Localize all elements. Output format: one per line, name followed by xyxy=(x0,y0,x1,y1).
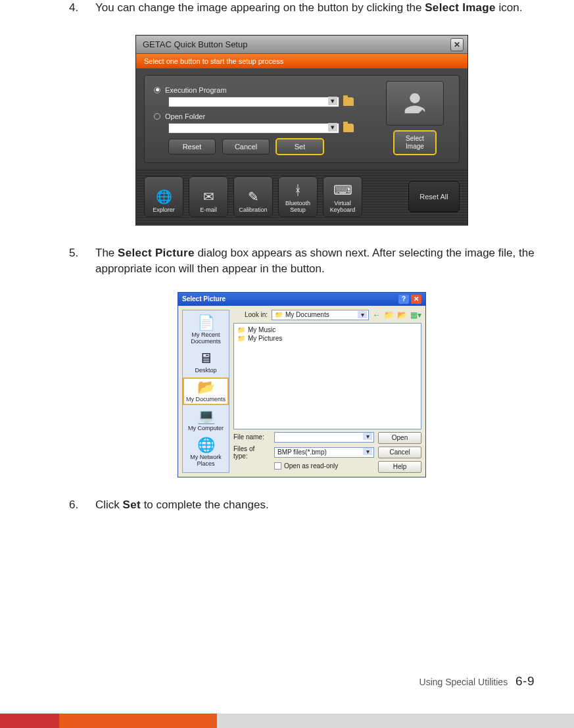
getac-banner: Select one button to start the setup pro… xyxy=(136,54,467,68)
radio-execution-program[interactable] xyxy=(154,87,160,93)
new-folder-icon[interactable]: 📂 xyxy=(397,310,407,320)
recent-docs-icon: 📄 xyxy=(184,316,227,330)
footer-section: Using Special Utilities xyxy=(419,677,508,687)
step-6-term: Set xyxy=(123,498,141,511)
page-footer: Using Special Utilities 6-9 xyxy=(419,674,535,689)
file-item-name: My Music xyxy=(248,326,275,333)
tile-email[interactable]: ✉ E-mail xyxy=(189,176,228,217)
help-button[interactable]: Help xyxy=(378,461,421,473)
tile-calibration-label: Calibration xyxy=(239,206,267,213)
list-item[interactable]: 📁My Pictures xyxy=(237,334,418,343)
places-bar: 📄My Recent Documents 🖥Desktop 📂My Docume… xyxy=(182,310,229,473)
tile-explorer-label: Explorer xyxy=(153,206,175,213)
footer-color-bar xyxy=(0,714,574,728)
close-icon[interactable]: ✕ xyxy=(411,295,421,304)
step-6-text-after: to complete the changes. xyxy=(141,498,269,511)
filename-input[interactable] xyxy=(274,432,374,443)
file-item-name: My Pictures xyxy=(248,335,282,342)
open-button[interactable]: Open xyxy=(378,432,421,444)
getac-title: GETAC Quick Button Setup xyxy=(143,39,247,49)
getac-titlebar: GETAC Quick Button Setup ✕ xyxy=(136,36,467,54)
lookin-label: Look in: xyxy=(233,311,268,318)
up-folder-icon[interactable]: 📁 xyxy=(384,310,394,320)
step-5-number: 5. xyxy=(69,245,89,262)
readonly-label: Open as read-only xyxy=(284,462,338,470)
tile-bluetooth[interactable]: ᚼ Bluetooth Setup xyxy=(278,176,318,217)
radio-execution-program-label: Execution Program xyxy=(165,86,227,94)
getac-config-panel: Execution Program Open Folder Reset Canc… xyxy=(144,75,460,163)
folder-icon: 📁 xyxy=(237,326,245,333)
close-icon[interactable]: ✕ xyxy=(450,38,464,51)
step-6-number: 6. xyxy=(69,497,89,514)
folder-icon: 📁 xyxy=(275,311,283,318)
calibration-icon: ✎ xyxy=(248,190,259,203)
folder-icon: 📁 xyxy=(237,335,245,342)
reset-all-button[interactable]: Reset All xyxy=(408,181,460,212)
radio-open-folder[interactable] xyxy=(154,113,160,120)
footer-page-number: 6-9 xyxy=(515,674,535,688)
person-icon xyxy=(400,88,430,118)
readonly-checkbox[interactable] xyxy=(274,462,281,470)
desktop-icon: 🖥 xyxy=(184,351,227,366)
open-folder-combo[interactable] xyxy=(168,123,339,133)
place-mynetwork[interactable]: 🌐My Network Places xyxy=(183,435,229,470)
file-list[interactable]: 📁My Music 📁My Pictures xyxy=(233,323,421,429)
select-picture-titlebar: Select Picture ? ✕ xyxy=(178,293,425,306)
step-6: 6. Click Set to complete the changes. xyxy=(69,497,535,514)
cancel-button[interactable]: Cancel xyxy=(222,139,270,155)
tile-vkbd-label: Virtual Keyboard xyxy=(330,200,356,213)
tile-email-label: E-mail xyxy=(200,206,217,213)
place-mycomputer[interactable]: 💻My Computer xyxy=(183,406,229,434)
tile-bluetooth-label: Bluetooth Setup xyxy=(285,200,310,213)
browse-folder-icon[interactable] xyxy=(343,124,354,132)
browse-exec-icon[interactable] xyxy=(343,97,354,106)
getac-dialog: GETAC Quick Button Setup ✕ Select one bu… xyxy=(135,35,468,226)
lookin-value: My Documents xyxy=(285,311,329,318)
keyboard-icon: ⌨ xyxy=(333,183,352,197)
step-6-text-before: Click xyxy=(95,498,123,511)
button-image-preview xyxy=(386,81,444,126)
view-menu-icon[interactable]: ▦▾ xyxy=(410,310,421,320)
help-icon[interactable]: ? xyxy=(398,295,409,304)
cancel-button[interactable]: Cancel xyxy=(378,447,421,458)
radio-open-folder-label: Open Folder xyxy=(165,112,205,120)
filetype-combo[interactable]: BMP files(*.bmp) xyxy=(274,447,374,458)
step-5-text-before: The xyxy=(95,247,118,259)
globe-icon: 🌐 xyxy=(156,190,172,203)
network-icon: 🌐 xyxy=(184,438,227,452)
step-5-term: Select Picture xyxy=(118,247,195,259)
place-recent[interactable]: 📄My Recent Documents xyxy=(183,313,229,347)
lookin-combo[interactable]: 📁 My Documents xyxy=(272,310,369,320)
filename-label: File name: xyxy=(233,433,270,441)
place-recent-label: My Recent Documents xyxy=(191,331,221,345)
step-4: 4. You can change the image appearing on… xyxy=(69,0,535,16)
tile-calibration[interactable]: ✎ Calibration xyxy=(233,176,273,217)
step-4-text-before: You can change the image appearing on th… xyxy=(95,1,425,14)
place-mydocs-label: My Documents xyxy=(186,396,226,402)
select-image-button[interactable]: Select Image xyxy=(394,131,436,155)
place-desktop[interactable]: 🖥Desktop xyxy=(183,349,229,376)
select-picture-title: Select Picture xyxy=(182,295,226,303)
bluetooth-icon: ᚼ xyxy=(294,183,302,197)
list-item[interactable]: 📁My Music xyxy=(237,326,418,334)
step-4-text-after: icon. xyxy=(496,1,523,14)
set-button[interactable]: Set xyxy=(276,139,323,155)
tile-explorer[interactable]: 🌐 Explorer xyxy=(144,176,183,217)
tile-virtual-keyboard[interactable]: ⌨ Virtual Keyboard xyxy=(323,176,362,217)
envelope-icon: ✉ xyxy=(203,190,214,203)
quick-button-dock: 🌐 Explorer ✉ E-mail ✎ Calibration ᚼ Blue… xyxy=(136,168,467,225)
place-mydocs[interactable]: 📂My Documents xyxy=(183,377,229,405)
place-mynetwork-label: My Network Places xyxy=(190,454,222,467)
reset-button[interactable]: Reset xyxy=(168,139,216,155)
computer-icon: 💻 xyxy=(184,409,227,424)
folder-icon: 📂 xyxy=(184,380,227,395)
back-icon[interactable]: ← xyxy=(373,310,381,320)
select-picture-dialog: Select Picture ? ✕ 📄My Recent Documents … xyxy=(178,292,426,477)
step-4-number: 4. xyxy=(69,0,89,16)
step-4-term: Select Image xyxy=(425,1,496,14)
step-5: 5. The Select Picture dialog box appears… xyxy=(69,245,535,278)
place-desktop-label: Desktop xyxy=(195,367,216,374)
execution-program-combo[interactable] xyxy=(168,97,339,107)
place-mycomputer-label: My Computer xyxy=(188,425,224,431)
filetype-label: Files of type: xyxy=(233,445,270,460)
